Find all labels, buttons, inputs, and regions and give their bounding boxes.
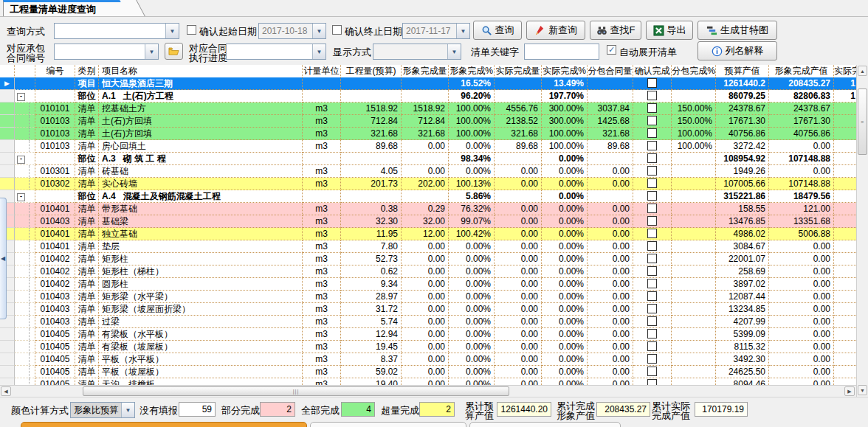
scroll-right-arrow-icon[interactable]: ▶	[844, 386, 855, 396]
left-panel-splitter[interactable]: ◀	[0, 198, 7, 319]
confirm-complete-checkbox[interactable]	[647, 229, 657, 238]
confirm-complete-checkbox[interactable]	[647, 254, 657, 263]
grid-row-item[interactable]: 010403清单矩形梁（坡屋面折梁）m331.720.000.00%0.000.…	[0, 303, 856, 316]
vertical-scroll-thumb[interactable]: ≡	[858, 88, 867, 155]
confirm-complete-checkbox[interactable]	[647, 153, 657, 163]
column-header-budget[interactable]: 预算产值	[716, 65, 769, 77]
start-date-select[interactable]: 2017-10-18▼	[258, 23, 326, 39]
confirm-end-checkbox[interactable]	[332, 25, 342, 35]
export-button[interactable]: 导出	[646, 21, 693, 40]
confirm-complete-checkbox[interactable]	[647, 204, 657, 213]
collapse-minus-icon[interactable]: -	[17, 93, 25, 101]
column-header-qty[interactable]: 工程量(预算)	[341, 65, 402, 77]
grid-row-item[interactable]: 010405清单有梁板（坡屋板）m319.450.000.00%0.000.00…	[0, 341, 856, 353]
grid-row-item[interactable]: 010402清单矩形柱m352.730.000.00%0.000.00%0.00…	[0, 253, 856, 265]
grid-row-item[interactable]: 010103清单土(石)方回填m3321.68321.68100.00%321.…	[0, 128, 856, 140]
grid-row-item[interactable]: 010403清单矩形梁（水平梁）m328.970.000.00%0.000.00…	[0, 291, 856, 303]
confirm-complete-checkbox[interactable]	[647, 341, 657, 351]
grid-row-item[interactable]: 010302清单实心砖墙m3201.73202.00100.13%0.000.0…	[0, 178, 856, 190]
column-header-unit[interactable]: 计量单位	[303, 65, 341, 77]
column-header-img_qty[interactable]: 形象完成量	[402, 65, 449, 77]
grid-row-item[interactable]: 010405清单天沟、排檐板m319.400.000.00%0.000.00%0…	[0, 378, 856, 385]
find-button[interactable]: 查找F	[590, 21, 641, 40]
confirm-complete-checkbox[interactable]	[647, 103, 657, 113]
confirm-complete-checkbox[interactable]	[647, 329, 657, 339]
column-help-button[interactable]: 列名解释	[698, 41, 777, 60]
chevron-down-icon[interactable]: ▼	[165, 24, 179, 38]
keyword-input[interactable]	[524, 44, 599, 60]
column-header-confirm[interactable]: 确认完成	[633, 65, 672, 77]
grid-row-item[interactable]: 010301清单砖基础m34.050.000.00%0.000.00%0.001…	[0, 165, 856, 178]
end-date-select[interactable]: 2017-11-17▼	[402, 23, 470, 39]
contract-no-select[interactable]: ▼	[54, 44, 159, 60]
tree-cell[interactable]: -	[15, 90, 35, 103]
column-header-act_qty[interactable]: 实际完成量	[495, 65, 542, 77]
confirm-complete-checkbox[interactable]	[647, 304, 657, 313]
confirm-complete-checkbox[interactable]	[647, 78, 657, 88]
grid-row-item[interactable]: 010405清单平板（坡屋板）m359.020.000.00%0.000.00%…	[0, 366, 856, 378]
confirm-complete-checkbox[interactable]	[647, 316, 657, 326]
scroll-down-arrow-icon[interactable]: ▼	[858, 385, 867, 395]
confirm-complete-checkbox[interactable]	[647, 91, 657, 100]
confirm-complete-checkbox[interactable]	[647, 178, 657, 188]
grid-row-item[interactable]: 010401清单垫层m37.800.000.00%0.000.00%0.0030…	[0, 240, 856, 253]
column-header-act_pct[interactable]: 实际完成%	[542, 65, 588, 77]
column-header-sub_pct[interactable]: 分包完成%	[672, 65, 716, 77]
column-header-img_pct[interactable]: 形象完成%	[449, 65, 495, 77]
confirm-complete-checkbox[interactable]	[647, 354, 657, 364]
collapse-minus-icon[interactable]: -	[17, 156, 25, 164]
column-header-extra[interactable]: 实际完成产值	[834, 65, 859, 77]
color-mode-select[interactable]: 形象比预算▼	[70, 402, 135, 418]
grid-row-item[interactable]: 010103清单房心回填土m389.680.000.00%89.68100.00…	[0, 140, 856, 153]
collapse-minus-icon[interactable]: -	[17, 193, 25, 201]
query-mode-select[interactable]: ▼	[54, 23, 179, 39]
new-query-button[interactable]: 新查询	[526, 21, 585, 40]
grid-row-item[interactable]: 010401清单带形基础m30.380.2976.32%0.000.00%0.0…	[0, 203, 856, 215]
confirm-complete-checkbox[interactable]	[647, 367, 657, 376]
grid-row-item[interactable]: 010403清单过梁m35.740.000.00%0.000.00%0.0042…	[0, 316, 856, 328]
chevron-down-icon[interactable]: ▼	[145, 44, 158, 59]
tree-cell[interactable]: -	[15, 153, 35, 165]
bottom-tab-active[interactable]	[21, 422, 307, 427]
query-button[interactable]: 查询	[473, 21, 522, 40]
column-header-sub_qty[interactable]: 分包合同量	[588, 65, 633, 77]
scroll-up-arrow-icon[interactable]: ▲	[858, 66, 867, 76]
chevron-down-icon[interactable]: ▼	[456, 24, 469, 38]
chevron-down-icon[interactable]: ▼	[447, 44, 461, 59]
grid-row-item[interactable]: 010405清单有梁板（水平板）m312.940.000.00%0.000.00…	[0, 328, 856, 341]
column-header-no[interactable]: 编号	[35, 65, 75, 77]
chevron-down-icon[interactable]: ▼	[312, 24, 326, 38]
tree-cell[interactable]: -	[15, 190, 35, 203]
grid-row-item[interactable]: 010403清单基础梁m332.3032.0099.07%0.000.00%0.…	[0, 215, 856, 228]
scroll-left-arrow-icon[interactable]: ◀	[1, 386, 11, 396]
confirm-complete-checkbox[interactable]	[647, 166, 657, 176]
confirm-complete-checkbox[interactable]	[647, 128, 657, 138]
bottom-tab-3[interactable]	[469, 422, 621, 427]
confirm-complete-checkbox[interactable]	[647, 291, 657, 301]
chevron-down-icon[interactable]: ▼	[121, 403, 134, 417]
confirm-complete-checkbox[interactable]	[647, 141, 657, 150]
auto-expand-checkbox[interactable]: ✓	[607, 45, 616, 55]
grid-row-item[interactable]: 010103清单土(石)方回填m3712.84712.84100.00%2138…	[0, 115, 856, 128]
grid-row-section[interactable]: -部位A.1 土(石)方工程96.20%197.70%86079.2582806…	[0, 90, 856, 103]
grid-row-item[interactable]: 010405清单平板（水平板）m38.370.000.00%0.000.00%0…	[0, 353, 856, 366]
contract-progress-select[interactable]: ▼	[226, 44, 326, 60]
tab-quantity-list-progress[interactable]: 工程量清单进度查询	[3, 0, 133, 16]
grid-row-section[interactable]: -部位A.4 混凝土及钢筋混凝土工程5.86%0.00%315221.86184…	[0, 190, 856, 203]
column-header-cat[interactable]: 类别	[75, 65, 99, 77]
generate-gantt-button[interactable]: 生成甘特图	[698, 21, 777, 40]
confirm-complete-checkbox[interactable]	[647, 266, 657, 276]
browse-contract-button[interactable]	[165, 43, 183, 60]
confirm-complete-checkbox[interactable]	[647, 279, 657, 288]
horizontal-scrollbar[interactable]: ◀ ||| ▶	[0, 385, 856, 397]
grid-row-item[interactable]: 010401清单独立基础m311.9512.00100.42%0.000.00%…	[0, 228, 856, 240]
chevron-down-icon[interactable]: ▼	[312, 44, 326, 59]
display-mode-select[interactable]: ▼	[373, 44, 461, 60]
grid-row-item[interactable]: 010402清单圆形柱m39.340.000.00%0.000.00%0.003…	[0, 278, 856, 291]
confirm-complete-checkbox[interactable]	[647, 241, 657, 251]
confirm-complete-checkbox[interactable]	[647, 216, 657, 226]
confirm-start-checkbox[interactable]	[187, 25, 196, 35]
vertical-scrollbar[interactable]: ▲ ≡ ▼	[856, 65, 868, 397]
grid-row-section[interactable]: -部位A.3 砌 筑 工 程98.34%0.00%108954.92107148…	[0, 153, 856, 165]
confirm-complete-checkbox[interactable]	[647, 191, 657, 201]
